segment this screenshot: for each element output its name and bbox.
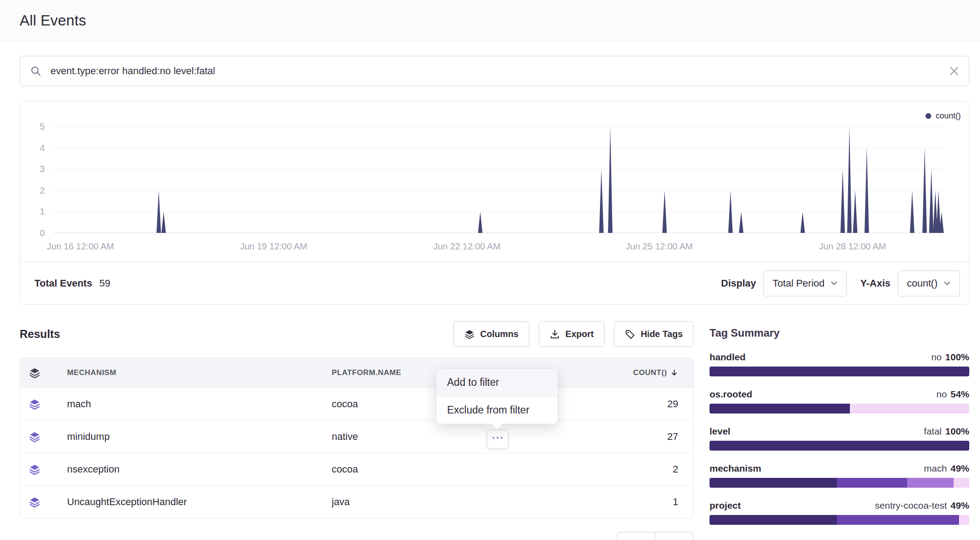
tag-name: os.rooted: [710, 389, 752, 400]
main-content: 012345Jun 16 12:00 AMJun 19 12:00 AMJun …: [0, 42, 980, 540]
search-input[interactable]: [50, 65, 941, 77]
tag-top-value: fatal100%: [924, 426, 969, 437]
tag-name: handled: [710, 352, 746, 363]
sort-desc-icon: [670, 369, 678, 377]
layers-icon: [20, 496, 49, 508]
export-button-label: Export: [566, 329, 594, 339]
row-actions-button[interactable]: ⋯: [487, 430, 508, 449]
tag-bar-segment: [710, 367, 969, 376]
search-icon: [30, 65, 42, 77]
results-title: Results: [20, 328, 60, 341]
y-tick-label: 5: [40, 122, 45, 131]
tag-bar: [710, 478, 969, 488]
context-menu: Add to filter Exclude from filter: [436, 368, 558, 424]
display-dropdown-value: Total Period: [773, 278, 824, 289]
cell-count: 29: [607, 398, 693, 410]
layers-icon: [20, 398, 49, 410]
columns-button-label: Columns: [480, 329, 519, 339]
total-events-value: 59: [99, 278, 110, 289]
chevron-down-icon: [944, 281, 950, 286]
tag-bar-segment: [837, 515, 959, 525]
tag-entry: mechanism mach49%: [710, 463, 969, 488]
tag-bar-segment: [710, 441, 969, 451]
y-tick-label: 3: [40, 164, 45, 174]
chart-controls: Display Total Period Y-Axis count(): [721, 270, 960, 296]
table-row[interactable]: nsexception cocoa 2: [20, 453, 693, 485]
results-section: Results Columns Export: [20, 321, 693, 540]
chart-legend: count(): [925, 111, 961, 121]
y-tick-label: 2: [40, 186, 45, 195]
events-chart[interactable]: 012345Jun 16 12:00 AMJun 19 12:00 AMJun …: [20, 101, 969, 262]
tag-bar: [710, 367, 969, 376]
yaxis-label: Y-Axis: [860, 278, 890, 289]
tag-entry: os.rooted no54%: [710, 389, 969, 413]
cell-mechanism: UncaughtExceptionHandler: [49, 496, 332, 508]
tag-entry: project sentry-cocoa-test49%: [710, 500, 969, 525]
display-dropdown[interactable]: Total Period: [763, 270, 847, 296]
layers-icon: [20, 431, 49, 443]
results-buttons: Columns Export Hide Tags: [453, 321, 693, 347]
tag-bar-segment: [710, 478, 837, 488]
x-tick-label: Jun 28 12:00 AM: [819, 241, 886, 251]
tag-summary-title: Tag Summary: [710, 327, 969, 339]
cell-mechanism: nsexception: [49, 464, 332, 475]
ellipsis-icon: ⋯: [491, 431, 504, 444]
menu-item-add-to-filter[interactable]: Add to filter: [436, 369, 558, 396]
tag-icon: [625, 329, 635, 340]
tag-top-value: no100%: [931, 352, 969, 363]
table-row[interactable]: mach cocoa 29: [20, 388, 693, 420]
legend-dot: [925, 113, 931, 119]
tag-bar: [710, 515, 969, 525]
tag-entry: level fatal100%: [710, 426, 969, 451]
tag-entry: handled no100%: [710, 352, 969, 376]
layers-icon: [20, 367, 49, 379]
layers-icon: [464, 329, 475, 340]
pagination-next-button[interactable]: [655, 532, 693, 540]
count-series: [54, 127, 944, 233]
page-title: All Events: [20, 12, 960, 29]
tag-bar: [710, 404, 969, 413]
table-row[interactable]: UncaughtExceptionHandler java 1: [20, 485, 693, 518]
hide-tags-button-label: Hide Tags: [641, 329, 683, 339]
tag-name: project: [710, 500, 741, 511]
legend-label: count(): [936, 111, 961, 121]
search-bar: [20, 56, 969, 86]
export-button[interactable]: Export: [539, 321, 604, 347]
cell-platform: cocoa: [332, 464, 607, 475]
results-table: MECHANISM PLATFORM.NAME COUNT() mach coc…: [20, 358, 693, 519]
x-tick-label: Jun 16 12:00 AM: [47, 241, 114, 251]
tag-top-value: mach49%: [924, 463, 969, 474]
tag-summary: Tag Summary handled no100% os.rooted no5…: [710, 321, 969, 540]
page-header: All Events: [0, 0, 980, 42]
cell-platform: native: [332, 431, 607, 443]
cell-mechanism: mach: [49, 398, 332, 410]
table-header-row: MECHANISM PLATFORM.NAME COUNT(): [20, 358, 693, 388]
results-row: Results Columns Export: [20, 321, 969, 540]
yaxis-dropdown[interactable]: count(): [898, 270, 960, 296]
column-header-count[interactable]: COUNT(): [607, 368, 693, 377]
pagination-prev-button[interactable]: [617, 532, 655, 540]
table-row[interactable]: minidump native 27: [20, 420, 693, 453]
hide-tags-button[interactable]: Hide Tags: [614, 321, 693, 347]
column-header-mechanism[interactable]: MECHANISM: [49, 368, 332, 377]
x-tick-label: Jun 19 12:00 AM: [240, 241, 307, 251]
y-tick-label: 4: [40, 143, 45, 153]
chevron-down-icon: [831, 281, 837, 286]
cell-mechanism: minidump: [49, 431, 332, 443]
events-chart-panel: 012345Jun 16 12:00 AMJun 19 12:00 AMJun …: [20, 101, 969, 305]
tag-name: level: [710, 426, 731, 437]
tag-bar-segment: [954, 478, 969, 488]
tag-top-value: sentry-cocoa-test49%: [875, 500, 969, 511]
y-tick-label: 0: [40, 228, 45, 238]
results-header: Results Columns Export: [20, 321, 693, 347]
cell-platform: java: [332, 496, 607, 508]
y-tick-label: 1: [40, 207, 45, 216]
total-events-label: Total Events: [34, 278, 92, 289]
columns-button[interactable]: Columns: [453, 321, 529, 347]
clear-search-icon[interactable]: [949, 66, 959, 76]
x-tick-label: Jun 22 12:00 AM: [433, 241, 500, 251]
tag-bar-segment: [850, 404, 969, 413]
tag-top-value: no54%: [937, 389, 969, 400]
yaxis-dropdown-value: count(): [907, 278, 938, 289]
tag-bar-segment: [710, 515, 837, 525]
